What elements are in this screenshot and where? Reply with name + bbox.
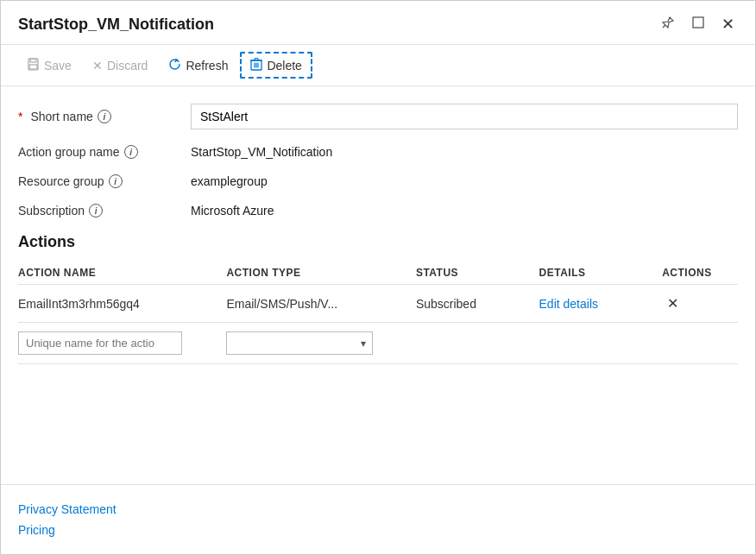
maximize-button[interactable] <box>689 15 708 34</box>
action-group-name-row: Action group name i StartStop_VM_Notific… <box>18 145 738 159</box>
subscription-row: Subscription i Microsoft Azure <box>18 204 738 218</box>
subscription-label: Subscription i <box>18 204 191 218</box>
toolbar: Save ✕ Discard Refresh Dele <box>1 45 755 86</box>
refresh-label: Refresh <box>186 59 228 73</box>
pricing-link[interactable]: Pricing <box>18 523 738 537</box>
subscription-label-text: Subscription <box>18 204 85 218</box>
close-button[interactable]: ✕ <box>718 13 738 35</box>
actions-section-title: Actions <box>18 233 738 251</box>
action-group-name-label: Action group name i <box>18 145 191 159</box>
actions-table-header-row: ACTION NAME ACTION TYPE STATUS DETAILS A… <box>18 262 738 285</box>
new-action-type-select-wrapper: Email/SMS/Push/Voice Webhook ITSM Azure … <box>226 331 373 355</box>
new-action-status-cell <box>416 323 539 364</box>
footer-divider <box>1 484 755 485</box>
refresh-icon <box>168 58 181 73</box>
action-group-name-value: StartStop_VM_Notification <box>191 145 332 159</box>
resource-group-label: Resource group i <box>18 174 191 188</box>
save-label: Save <box>44 59 72 73</box>
title-bar: StartStop_VM_Notification ✕ <box>1 1 755 45</box>
short-name-label: * Short name i <box>18 110 191 123</box>
new-action-row: Email/SMS/Push/Voice Webhook ITSM Azure … <box>18 323 738 364</box>
new-action-name-input[interactable] <box>18 331 182 355</box>
new-action-type-cell: Email/SMS/Push/Voice Webhook ITSM Azure … <box>226 323 415 364</box>
resource-group-value: examplegroup <box>191 174 268 188</box>
save-icon <box>27 58 40 73</box>
table-row: EmailInt3m3rhm56gq4 Email/SMS/Push/V... … <box>18 285 738 323</box>
panel-title: StartStop_VM_Notification <box>18 16 214 34</box>
footer-links: Privacy Statement Pricing <box>1 495 755 554</box>
delete-button[interactable]: Delete <box>240 52 312 79</box>
title-icons: ✕ <box>658 13 738 35</box>
subscription-info-icon[interactable]: i <box>89 204 103 218</box>
subscription-value: Microsoft Azure <box>191 204 274 218</box>
action-type-cell: Email/SMS/Push/V... <box>226 285 415 323</box>
pin-button[interactable] <box>658 14 678 35</box>
col-actions-header: ACTIONS <box>662 262 738 285</box>
svg-rect-2 <box>30 59 36 62</box>
resource-group-row: Resource group i examplegroup <box>18 174 738 188</box>
discard-label: Discard <box>107 59 148 73</box>
refresh-button[interactable]: Refresh <box>160 53 236 79</box>
col-status-header: STATUS <box>416 262 539 285</box>
action-group-name-info-icon[interactable]: i <box>124 145 138 159</box>
status-cell: Subscribed <box>416 285 539 323</box>
discard-icon: ✕ <box>92 59 103 73</box>
privacy-statement-link[interactable]: Privacy Statement <box>18 502 738 516</box>
resource-group-info-icon[interactable]: i <box>109 174 123 188</box>
actions-table-head: ACTION NAME ACTION TYPE STATUS DETAILS A… <box>18 262 738 285</box>
new-action-name-cell <box>18 323 226 364</box>
short-name-info-icon[interactable]: i <box>98 110 111 123</box>
action-group-panel: StartStop_VM_Notification ✕ <box>0 0 756 555</box>
short-name-label-text: Short name <box>30 110 92 123</box>
remove-action-button[interactable]: ✕ <box>662 293 684 313</box>
discard-button[interactable]: ✕ Discard <box>84 54 156 78</box>
form-content: * Short name i Action group name i Start… <box>1 86 755 484</box>
resource-group-label-text: Resource group <box>18 174 104 188</box>
short-name-row: * Short name i <box>18 104 738 129</box>
svg-rect-0 <box>693 17 703 28</box>
actions-table-body: EmailInt3m3rhm56gq4 Email/SMS/Push/V... … <box>18 285 738 364</box>
details-cell: Edit details <box>539 285 663 323</box>
delete-label: Delete <box>267 59 301 73</box>
save-button[interactable]: Save <box>18 53 80 79</box>
new-action-type-select[interactable]: Email/SMS/Push/Voice Webhook ITSM Azure … <box>226 331 373 355</box>
col-action-name-header: ACTION NAME <box>18 262 226 285</box>
actions-table: ACTION NAME ACTION TYPE STATUS DETAILS A… <box>18 262 738 364</box>
svg-rect-3 <box>29 65 37 69</box>
action-group-name-label-text: Action group name <box>18 145 120 159</box>
required-indicator: * <box>18 110 22 123</box>
actions-cell: ✕ <box>662 285 738 323</box>
action-name-cell: EmailInt3m3rhm56gq4 <box>18 285 226 323</box>
delete-icon <box>250 57 262 73</box>
new-action-actions-cell <box>662 323 738 364</box>
edit-details-link[interactable]: Edit details <box>539 297 598 311</box>
new-action-details-cell <box>539 323 663 364</box>
short-name-input[interactable] <box>191 104 738 129</box>
col-details-header: DETAILS <box>539 262 663 285</box>
col-action-type-header: ACTION TYPE <box>226 262 415 285</box>
